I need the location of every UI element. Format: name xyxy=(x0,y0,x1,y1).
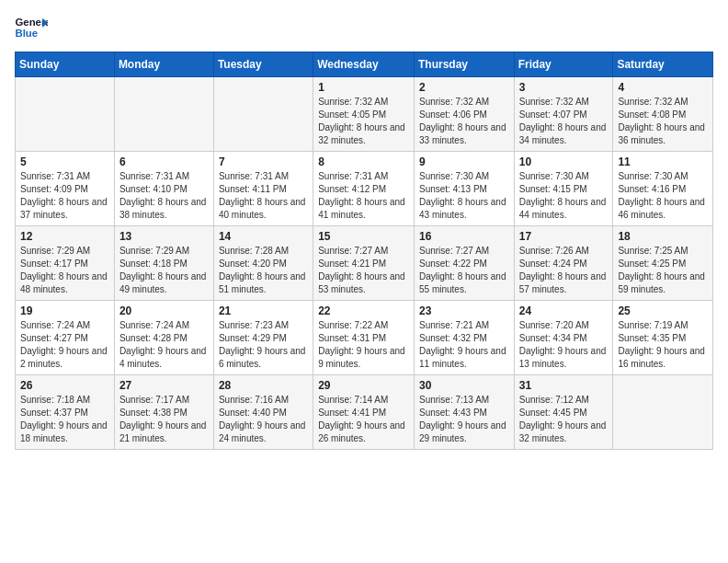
day-number: 30 xyxy=(419,379,509,392)
header-cell-wednesday: Wednesday xyxy=(313,52,415,77)
page-header: General Blue xyxy=(15,15,713,40)
calendar-cell: 20Sunrise: 7:24 AM Sunset: 4:28 PM Dayli… xyxy=(114,301,213,375)
day-number: 1 xyxy=(318,81,409,94)
logo: General Blue xyxy=(15,15,48,40)
calendar-cell: 21Sunrise: 7:23 AM Sunset: 4:29 PM Dayli… xyxy=(213,301,313,375)
day-number: 5 xyxy=(20,155,109,168)
day-info: Sunrise: 7:29 AM Sunset: 4:17 PM Dayligh… xyxy=(20,245,109,296)
day-info: Sunrise: 7:13 AM Sunset: 4:43 PM Dayligh… xyxy=(419,394,509,445)
day-info: Sunrise: 7:31 AM Sunset: 4:11 PM Dayligh… xyxy=(219,170,308,222)
calendar-cell: 9Sunrise: 7:30 AM Sunset: 4:13 PM Daylig… xyxy=(414,152,514,226)
header-cell-monday: Monday xyxy=(114,52,213,77)
calendar-week-row: 1Sunrise: 7:32 AM Sunset: 4:05 PM Daylig… xyxy=(16,77,713,152)
day-info: Sunrise: 7:30 AM Sunset: 4:15 PM Dayligh… xyxy=(519,170,609,222)
day-number: 29 xyxy=(318,379,409,392)
header-cell-thursday: Thursday xyxy=(414,52,514,77)
calendar-cell: 1Sunrise: 7:32 AM Sunset: 4:05 PM Daylig… xyxy=(313,77,415,152)
day-info: Sunrise: 7:26 AM Sunset: 4:24 PM Dayligh… xyxy=(519,245,609,296)
day-info: Sunrise: 7:18 AM Sunset: 4:37 PM Dayligh… xyxy=(20,394,109,445)
calendar-week-row: 26Sunrise: 7:18 AM Sunset: 4:37 PM Dayli… xyxy=(16,375,713,450)
day-number: 16 xyxy=(419,230,509,243)
calendar-cell: 26Sunrise: 7:18 AM Sunset: 4:37 PM Dayli… xyxy=(16,375,115,450)
day-info: Sunrise: 7:28 AM Sunset: 4:20 PM Dayligh… xyxy=(219,245,308,296)
day-info: Sunrise: 7:27 AM Sunset: 4:22 PM Dayligh… xyxy=(419,245,509,296)
day-number: 28 xyxy=(219,379,308,392)
calendar-cell: 11Sunrise: 7:30 AM Sunset: 4:16 PM Dayli… xyxy=(613,152,713,226)
day-number: 25 xyxy=(618,304,708,317)
calendar-cell xyxy=(213,77,313,152)
header-cell-tuesday: Tuesday xyxy=(213,52,313,77)
day-number: 31 xyxy=(519,379,609,392)
calendar-cell: 30Sunrise: 7:13 AM Sunset: 4:43 PM Dayli… xyxy=(414,375,514,450)
day-number: 9 xyxy=(419,155,509,168)
day-number: 27 xyxy=(119,379,209,392)
header-cell-saturday: Saturday xyxy=(613,52,713,77)
calendar-cell: 13Sunrise: 7:29 AM Sunset: 4:18 PM Dayli… xyxy=(114,226,213,301)
calendar-cell: 19Sunrise: 7:24 AM Sunset: 4:27 PM Dayli… xyxy=(16,301,115,375)
day-info: Sunrise: 7:30 AM Sunset: 4:13 PM Dayligh… xyxy=(419,170,509,222)
calendar-week-row: 5Sunrise: 7:31 AM Sunset: 4:09 PM Daylig… xyxy=(16,152,713,226)
day-info: Sunrise: 7:19 AM Sunset: 4:35 PM Dayligh… xyxy=(618,319,708,371)
day-number: 22 xyxy=(318,304,409,317)
day-info: Sunrise: 7:32 AM Sunset: 4:05 PM Dayligh… xyxy=(318,96,409,147)
calendar-cell: 3Sunrise: 7:32 AM Sunset: 4:07 PM Daylig… xyxy=(514,77,613,152)
day-number: 13 xyxy=(119,230,209,243)
day-number: 19 xyxy=(20,304,109,317)
day-number: 15 xyxy=(318,230,409,243)
calendar-cell: 18Sunrise: 7:25 AM Sunset: 4:25 PM Dayli… xyxy=(613,226,713,301)
day-info: Sunrise: 7:31 AM Sunset: 4:10 PM Dayligh… xyxy=(119,170,209,222)
day-info: Sunrise: 7:17 AM Sunset: 4:38 PM Dayligh… xyxy=(119,394,209,445)
header-cell-friday: Friday xyxy=(514,52,613,77)
calendar-header-row: SundayMondayTuesdayWednesdayThursdayFrid… xyxy=(16,52,713,77)
day-info: Sunrise: 7:32 AM Sunset: 4:07 PM Dayligh… xyxy=(519,96,609,147)
day-number: 4 xyxy=(618,81,708,94)
calendar-cell: 5Sunrise: 7:31 AM Sunset: 4:09 PM Daylig… xyxy=(16,152,115,226)
calendar-cell: 22Sunrise: 7:22 AM Sunset: 4:31 PM Dayli… xyxy=(313,301,415,375)
calendar-cell: 23Sunrise: 7:21 AM Sunset: 4:32 PM Dayli… xyxy=(414,301,514,375)
calendar-cell: 24Sunrise: 7:20 AM Sunset: 4:34 PM Dayli… xyxy=(514,301,613,375)
day-number: 6 xyxy=(119,155,209,168)
calendar-body: 1Sunrise: 7:32 AM Sunset: 4:05 PM Daylig… xyxy=(16,77,713,450)
day-info: Sunrise: 7:21 AM Sunset: 4:32 PM Dayligh… xyxy=(419,319,509,371)
day-info: Sunrise: 7:24 AM Sunset: 4:27 PM Dayligh… xyxy=(20,319,109,371)
calendar-cell: 14Sunrise: 7:28 AM Sunset: 4:20 PM Dayli… xyxy=(213,226,313,301)
day-info: Sunrise: 7:30 AM Sunset: 4:16 PM Dayligh… xyxy=(618,170,708,222)
day-info: Sunrise: 7:14 AM Sunset: 4:41 PM Dayligh… xyxy=(318,394,409,445)
day-info: Sunrise: 7:31 AM Sunset: 4:09 PM Dayligh… xyxy=(20,170,109,222)
calendar-week-row: 12Sunrise: 7:29 AM Sunset: 4:17 PM Dayli… xyxy=(16,226,713,301)
day-info: Sunrise: 7:25 AM Sunset: 4:25 PM Dayligh… xyxy=(618,245,708,296)
day-info: Sunrise: 7:12 AM Sunset: 4:45 PM Dayligh… xyxy=(519,394,609,445)
day-info: Sunrise: 7:31 AM Sunset: 4:12 PM Dayligh… xyxy=(318,170,409,222)
calendar-cell xyxy=(613,375,713,450)
calendar-cell xyxy=(16,77,115,152)
calendar-cell: 4Sunrise: 7:32 AM Sunset: 4:08 PM Daylig… xyxy=(613,77,713,152)
day-number: 7 xyxy=(219,155,308,168)
calendar-week-row: 19Sunrise: 7:24 AM Sunset: 4:27 PM Dayli… xyxy=(16,301,713,375)
logo-icon: General Blue xyxy=(15,15,48,40)
day-info: Sunrise: 7:32 AM Sunset: 4:08 PM Dayligh… xyxy=(618,96,708,147)
day-number: 2 xyxy=(419,81,509,94)
day-number: 14 xyxy=(219,230,308,243)
calendar-cell: 2Sunrise: 7:32 AM Sunset: 4:06 PM Daylig… xyxy=(414,77,514,152)
day-info: Sunrise: 7:32 AM Sunset: 4:06 PM Dayligh… xyxy=(419,96,509,147)
day-number: 8 xyxy=(318,155,409,168)
day-number: 20 xyxy=(119,304,209,317)
day-info: Sunrise: 7:22 AM Sunset: 4:31 PM Dayligh… xyxy=(318,319,409,371)
header-cell-sunday: Sunday xyxy=(16,52,115,77)
calendar-cell: 7Sunrise: 7:31 AM Sunset: 4:11 PM Daylig… xyxy=(213,152,313,226)
calendar-cell: 27Sunrise: 7:17 AM Sunset: 4:38 PM Dayli… xyxy=(114,375,213,450)
day-number: 17 xyxy=(519,230,609,243)
day-info: Sunrise: 7:20 AM Sunset: 4:34 PM Dayligh… xyxy=(519,319,609,371)
calendar-cell: 29Sunrise: 7:14 AM Sunset: 4:41 PM Dayli… xyxy=(313,375,415,450)
day-number: 24 xyxy=(519,304,609,317)
calendar-cell: 31Sunrise: 7:12 AM Sunset: 4:45 PM Dayli… xyxy=(514,375,613,450)
day-info: Sunrise: 7:16 AM Sunset: 4:40 PM Dayligh… xyxy=(219,394,308,445)
calendar-cell: 8Sunrise: 7:31 AM Sunset: 4:12 PM Daylig… xyxy=(313,152,415,226)
day-info: Sunrise: 7:29 AM Sunset: 4:18 PM Dayligh… xyxy=(119,245,209,296)
calendar-cell: 12Sunrise: 7:29 AM Sunset: 4:17 PM Dayli… xyxy=(16,226,115,301)
calendar-cell: 28Sunrise: 7:16 AM Sunset: 4:40 PM Dayli… xyxy=(213,375,313,450)
calendar-table: SundayMondayTuesdayWednesdayThursdayFrid… xyxy=(15,52,713,450)
calendar-cell xyxy=(114,77,213,152)
day-number: 23 xyxy=(419,304,509,317)
day-info: Sunrise: 7:23 AM Sunset: 4:29 PM Dayligh… xyxy=(219,319,308,371)
